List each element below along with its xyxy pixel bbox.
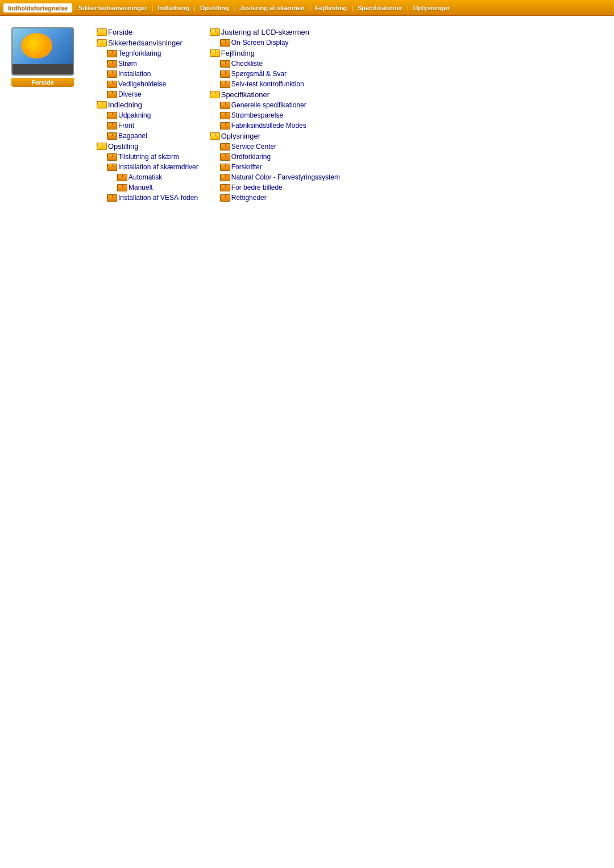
folder-icon	[220, 164, 229, 171]
tree-item[interactable]: Front	[107, 121, 198, 130]
tree-item[interactable]: Fabriksindstillede Modes	[220, 121, 340, 130]
tree-item[interactable]: Manuelt	[117, 183, 198, 192]
tree-item[interactable]: Tegnforklaring	[107, 49, 198, 58]
tree-item[interactable]: On-Screen Display	[220, 38, 340, 47]
tree-item[interactable]: Bagpanel	[107, 131, 198, 140]
tree-item-label: Front	[118, 122, 134, 130]
tree-item[interactable]: Rettigheder	[220, 193, 340, 202]
tree-item-label: Installation	[118, 70, 151, 78]
tree-item[interactable]: Ordforklaring	[220, 152, 340, 161]
tree-item[interactable]: Checkliste	[220, 59, 340, 68]
tree-item[interactable]: Forside	[97, 27, 198, 37]
folder-icon	[220, 184, 229, 191]
tree-item-label: Justering af LCD-skærmen	[221, 28, 309, 36]
folder-icon	[220, 122, 229, 130]
tree-item[interactable]: Natural Color - Farvestyringssystem	[220, 173, 340, 182]
folder-icon	[210, 132, 219, 140]
tree-item[interactable]: For bedre billede	[220, 183, 340, 192]
folder-icon	[107, 132, 116, 140]
tree-item-label: Strøm	[118, 60, 137, 68]
folder-icon	[220, 70, 229, 78]
nav-item-4[interactable]: Justering af skærmen	[235, 5, 309, 11]
nav-item-3[interactable]: Opstilling	[196, 5, 234, 11]
tree-item[interactable]: Service Center	[220, 142, 340, 151]
folder-icon	[220, 143, 229, 151]
tree-item-label: Strømbesparelse	[231, 111, 283, 119]
tree-item[interactable]: Specifikationer	[210, 90, 340, 99]
tree-item[interactable]: Tilslutning af skærm	[107, 152, 198, 161]
sidebar: Forside	[11, 27, 85, 202]
nav-item-1[interactable]: Sikkerhedsanvisninger	[74, 5, 151, 11]
folder-icon	[107, 112, 116, 119]
tree-item[interactable]: Forskrifter	[220, 162, 340, 172]
tree-right: Justering af LCD-skærmenOn-Screen Displa…	[210, 27, 340, 202]
folder-icon	[107, 153, 116, 161]
tree-item-label: Forskrifter	[231, 163, 262, 171]
tree-item-label: On-Screen Display	[231, 39, 289, 47]
tree-item-label: Installation af skærmdriver	[118, 163, 198, 171]
nav-bar: Indholdsfortegnelse|Sikkerhedsanvisninge…	[0, 0, 614, 16]
tree-item-label: Oplysninger	[221, 132, 260, 140]
tree-item[interactable]: Spørgsmål & Svar	[220, 69, 340, 78]
folder-icon	[210, 91, 219, 98]
nav-item-7[interactable]: Oplysninger	[409, 5, 454, 11]
tree-item[interactable]: Udpakning	[107, 111, 198, 120]
folder-icon	[97, 101, 106, 108]
nav-separator-2: |	[194, 5, 196, 11]
tree-item-label: Sikkerhedsanvisninger	[108, 39, 182, 47]
tree-item[interactable]: Generelle specifikationer	[220, 101, 340, 110]
tree-item-label: Fabriksindstillede Modes	[231, 122, 306, 130]
nav-item-0[interactable]: Indholdsfortegnelse	[3, 3, 72, 12]
main-content: Forside ForsideSikkerhedsanvisningerTegn…	[0, 16, 614, 214]
nav-separator-3: |	[234, 5, 235, 11]
tree-item-label: Natural Color - Farvestyringssystem	[231, 173, 340, 181]
tree-item[interactable]: Strømbesparelse	[220, 111, 340, 120]
nav-item-2[interactable]: Indledning	[153, 5, 194, 11]
folder-icon	[220, 60, 229, 68]
tree-item[interactable]: Vedligeholdelse	[107, 80, 198, 89]
tree-item-label: Generelle specifikationer	[231, 101, 306, 109]
tree-item-label: Indledning	[108, 101, 142, 109]
tree-item[interactable]: Selv-test kontrolfunktion	[220, 80, 340, 89]
tree-item-label: Ordforklaring	[231, 153, 271, 161]
tree-item-label: Rettigheder	[231, 194, 267, 202]
tree-item-label: Service Center	[231, 143, 276, 151]
folder-icon	[107, 50, 116, 57]
tree-item[interactable]: Installation af skærmdriver	[107, 162, 198, 172]
folder-icon	[107, 81, 116, 88]
folder-icon	[107, 164, 116, 171]
folder-icon	[220, 102, 229, 109]
folder-icon	[220, 194, 229, 202]
tree-item-label: Udpakning	[118, 111, 151, 119]
tree-item[interactable]: Indledning	[97, 100, 198, 110]
tree-item[interactable]: Installation	[107, 69, 198, 78]
folder-icon	[220, 153, 229, 161]
tree-left: ForsideSikkerhedsanvisningerTegnforklari…	[97, 27, 198, 202]
tree-item-label: For bedre billede	[231, 183, 283, 191]
tree-item[interactable]: Oplysninger	[210, 131, 340, 141]
folder-icon	[210, 49, 219, 57]
tree-item-label: Opstilling	[108, 142, 138, 151]
nav-item-5[interactable]: Fejlfinding	[311, 5, 352, 11]
tree-item-label: Automatisk	[128, 173, 162, 181]
folder-icon	[220, 81, 229, 88]
folder-icon	[220, 39, 229, 47]
tree-item[interactable]: Diverse	[107, 90, 198, 99]
folder-icon	[107, 91, 116, 98]
tree-item[interactable]: Justering af LCD-skærmen	[210, 27, 340, 37]
folder-icon	[117, 174, 126, 181]
tree-item-label: Diverse	[118, 90, 142, 98]
tree-item-label: Vedligeholdelse	[118, 80, 166, 88]
tree-item[interactable]: Installation af VESA-foden	[107, 193, 198, 202]
nav-item-6[interactable]: Specifikationer	[353, 5, 407, 11]
nav-separator-6: |	[407, 5, 409, 11]
tree-item[interactable]: Opstilling	[97, 141, 198, 151]
tree-item-label: Manuelt	[128, 183, 153, 191]
tree-item[interactable]: Automatisk	[117, 173, 198, 182]
tree-item[interactable]: Sikkerhedsanvisninger	[97, 38, 198, 48]
tree-item[interactable]: Fejlfinding	[210, 48, 340, 58]
tree-item[interactable]: Strøm	[107, 59, 198, 68]
folder-icon	[107, 60, 116, 68]
tree-item-label: Forside	[108, 28, 132, 36]
tree-item-label: Fejlfinding	[221, 49, 255, 57]
